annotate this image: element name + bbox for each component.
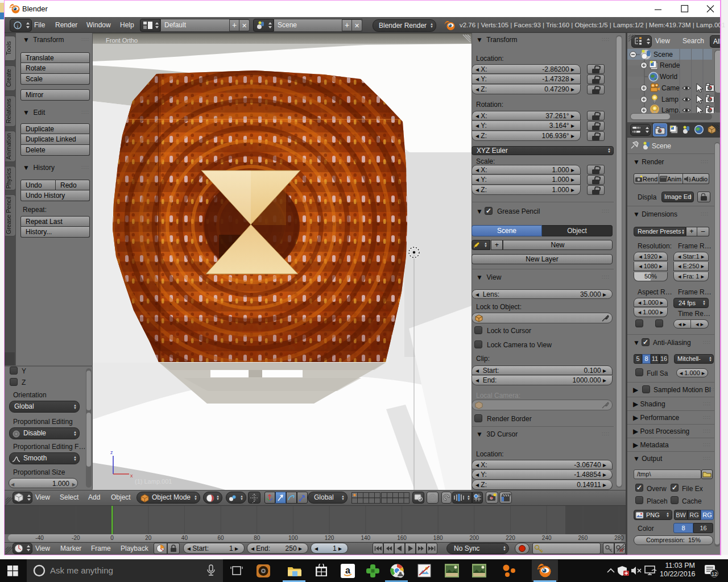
svg-text:160: 160 xyxy=(397,535,407,541)
svg-text:80: 80 xyxy=(254,535,260,541)
svg-text:280: 280 xyxy=(614,535,624,541)
svg-text:(1) Lamp.001: (1) Lamp.001 xyxy=(135,478,172,485)
svg-text:Lamp: Lamp xyxy=(661,95,679,103)
svg-text:0: 0 xyxy=(110,535,114,541)
svg-text:200: 200 xyxy=(469,535,479,541)
svg-text:Scene: Scene xyxy=(653,51,673,59)
svg-text:i: i xyxy=(17,23,19,29)
svg-text:Came: Came xyxy=(661,84,680,92)
svg-text:-20: -20 xyxy=(72,535,80,541)
svg-text:Front Ortho: Front Ortho xyxy=(106,37,138,44)
svg-text:Lamp.: Lamp. xyxy=(661,106,680,113)
svg-text:20: 20 xyxy=(145,535,152,541)
svg-text:a: a xyxy=(345,566,350,575)
svg-text:120: 120 xyxy=(325,535,334,541)
svg-text:180: 180 xyxy=(433,535,443,541)
svg-text:Rende: Rende xyxy=(660,61,680,69)
svg-text:z: z xyxy=(110,450,113,455)
svg-text:100: 100 xyxy=(288,535,298,541)
svg-text:12: 12 xyxy=(712,571,717,577)
svg-text:40: 40 xyxy=(181,535,188,541)
svg-text:140: 140 xyxy=(361,535,370,541)
svg-text:220: 220 xyxy=(506,535,515,541)
svg-text:60: 60 xyxy=(218,535,225,541)
svg-text:World: World xyxy=(660,73,677,81)
svg-text:260: 260 xyxy=(578,535,588,541)
svg-text:240: 240 xyxy=(542,535,552,541)
svg-text:-40: -40 xyxy=(35,535,44,541)
svg-text:x: x xyxy=(130,473,133,479)
